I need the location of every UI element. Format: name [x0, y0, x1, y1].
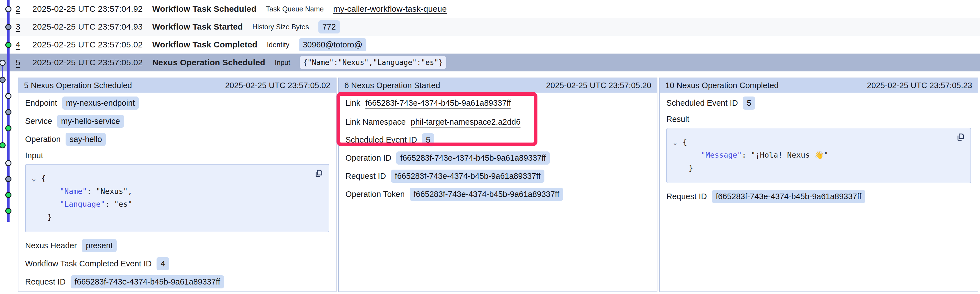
field-wtc-event-id: Workflow Task Completed Event ID 4	[25, 257, 329, 270]
panel-timestamp: 2025-02-25 UTC 23:57:05.02	[225, 81, 330, 90]
field-value-badge: f665283f-743e-4374-b45b-9a61a89337ff	[396, 151, 550, 165]
field-label: Service	[25, 117, 52, 126]
field-operation-token: Operation Token f665283f-743e-4374-b45b-…	[345, 188, 650, 201]
event-name: Workflow Task Started	[152, 22, 243, 32]
event-timestamp: 2025-02-25 UTC 23:57:04.92	[32, 4, 143, 14]
field-nexus-header: Nexus Header present	[25, 239, 329, 252]
field-value-badge: f665283f-743e-4374-b45b-9a61a89337ff	[391, 170, 544, 183]
event-name: Workflow Task Scheduled	[152, 4, 256, 14]
panel-title: 5 Nexus Operation Scheduled	[24, 81, 132, 90]
input-section-label: Input	[25, 151, 329, 160]
field-request-id: Request ID f665283f-743e-4374-b45b-9a61a…	[667, 190, 971, 203]
field-scheduled-event-id: Scheduled Event ID 5	[667, 97, 971, 110]
result-json-viewer: ⌄{ "Message": "¡Hola! Nexus 👋" }	[667, 128, 971, 183]
field-label: Scheduled Event ID	[345, 135, 417, 145]
event-row-4[interactable]: 4 2025-02-25 UTC 23:57:05.02 Workflow Ta…	[0, 36, 980, 54]
field-value-badge: f665283f-743e-4374-b45b-9a61a89337ff	[712, 190, 865, 203]
input-json-viewer: ⌄{ "Name": "Nexus", "Language": "es" }	[25, 164, 329, 232]
field-label: Operation Token	[345, 190, 405, 199]
panel-timestamp: 2025-02-25 UTC 23:57:05.20	[546, 81, 651, 90]
field-label: Link	[345, 99, 360, 108]
field-value-badge: 4	[156, 257, 169, 270]
event-attr-label: Identity	[267, 41, 290, 49]
field-link: Link f665283f-743e-4374-b45b-9a61a89337f…	[345, 97, 650, 109]
copy-icon[interactable]	[956, 133, 966, 142]
panel-title: 10 Nexus Operation Completed	[665, 81, 778, 90]
field-value-badge: present	[82, 239, 117, 252]
field-value-badge: 5	[743, 97, 755, 110]
field-value-badge: f665283f-743e-4374-b45b-9a61a89337ff	[410, 188, 563, 201]
panel-header: 5 Nexus Operation Scheduled 2025-02-25 U…	[18, 78, 336, 92]
panel-nexus-operation-completed: 10 Nexus Operation Completed 2025-02-25 …	[659, 78, 978, 292]
event-input-badge: {"Name":"Nexus","Language":"es"}	[300, 56, 446, 69]
field-label: Operation	[25, 135, 60, 144]
field-operation-id: Operation ID f665283f-743e-4374-b45b-9a6…	[345, 151, 650, 165]
field-scheduled-event-id: Scheduled Event ID 5	[345, 133, 650, 146]
event-name: Nexus Operation Scheduled	[152, 58, 265, 67]
field-value-badge: f665283f-743e-4374-b45b-9a61a89337ff	[71, 275, 224, 288]
event-attr-label: Task Queue Name	[266, 5, 324, 13]
field-label: Request ID	[345, 172, 386, 181]
link-value-link[interactable]: f665283f-743e-4374-b45b-9a61a89337ff	[365, 99, 511, 108]
event-attr-label: Input	[275, 59, 291, 67]
field-label: Link Namespace	[345, 118, 406, 127]
field-label: Workflow Task Completed Event ID	[25, 259, 151, 269]
event-history-rows: 2 2025-02-25 UTC 23:57:04.92 Workflow Ta…	[0, 0, 980, 72]
collapse-chevron-icon[interactable]: ⌄	[673, 136, 682, 149]
panel-header: 6 Nexus Operation Started 2025-02-25 UTC…	[339, 78, 657, 92]
event-number-link[interactable]: 4	[16, 40, 23, 49]
field-link-namespace: Link Namespace phil-target-namespace2.a2…	[345, 116, 650, 128]
result-section-label: Result	[667, 114, 971, 124]
event-timestamp: 2025-02-25 UTC 23:57:04.93	[32, 22, 143, 32]
event-attr-badge: 30960@totoro@	[299, 38, 366, 51]
field-endpoint: Endpoint my-nexus-endpoint	[25, 97, 329, 110]
event-attr-badge: 772	[318, 21, 340, 33]
field-service: Service my-hello-service	[25, 114, 329, 128]
event-timestamp: 2025-02-25 UTC 23:57:05.02	[32, 40, 143, 49]
link-namespace-link[interactable]: phil-target-namespace2.a2dd6	[411, 118, 520, 127]
event-name: Workflow Task Completed	[152, 40, 257, 49]
field-label: Request ID	[667, 192, 707, 201]
task-queue-link[interactable]: my-caller-workflow-task-queue	[333, 4, 447, 14]
field-label: Nexus Header	[25, 241, 77, 250]
panel-nexus-operation-started: 6 Nexus Operation Started 2025-02-25 UTC…	[338, 78, 657, 292]
field-label: Endpoint	[25, 99, 57, 108]
event-detail-panels: 5 Nexus Operation Scheduled 2025-02-25 U…	[0, 78, 980, 292]
field-value-badge: my-hello-service	[57, 114, 124, 128]
annotated-link-fields: Link f665283f-743e-4374-b45b-9a61a89337f…	[345, 97, 650, 128]
field-request-id: Request ID f665283f-743e-4374-b45b-9a61a…	[25, 275, 329, 288]
field-label: Operation ID	[345, 153, 391, 163]
collapse-chevron-icon[interactable]: ⌄	[32, 172, 41, 185]
event-row-2[interactable]: 2 2025-02-25 UTC 23:57:04.92 Workflow Ta…	[0, 0, 980, 18]
event-number-link[interactable]: 2	[16, 4, 23, 14]
event-row-5-selected[interactable]: 5 2025-02-25 UTC 23:57:05.02 Nexus Opera…	[0, 54, 980, 72]
field-label: Request ID	[25, 277, 65, 286]
copy-icon[interactable]	[314, 169, 324, 178]
field-label: Scheduled Event ID	[667, 99, 738, 108]
panel-title: 6 Nexus Operation Started	[344, 81, 440, 90]
field-operation: Operation say-hello	[25, 133, 329, 146]
field-value-badge: my-nexus-endpoint	[62, 97, 139, 110]
panel-header: 10 Nexus Operation Completed 2025-02-25 …	[660, 78, 978, 92]
event-row-3[interactable]: 3 2025-02-25 UTC 23:57:04.93 Workflow Ta…	[0, 18, 980, 36]
panel-nexus-operation-scheduled: 5 Nexus Operation Scheduled 2025-02-25 U…	[18, 78, 337, 292]
event-number-link[interactable]: 5	[16, 58, 23, 67]
field-value-badge: say-hello	[65, 133, 106, 146]
event-attr-label: History Size Bytes	[252, 23, 309, 31]
event-number-link[interactable]: 3	[16, 22, 23, 32]
field-value-badge: 5	[422, 133, 434, 146]
panel-timestamp: 2025-02-25 UTC 23:57:05.23	[867, 81, 972, 90]
event-timestamp: 2025-02-25 UTC 23:57:05.02	[32, 58, 143, 67]
field-request-id: Request ID f665283f-743e-4374-b45b-9a61a…	[345, 170, 650, 183]
